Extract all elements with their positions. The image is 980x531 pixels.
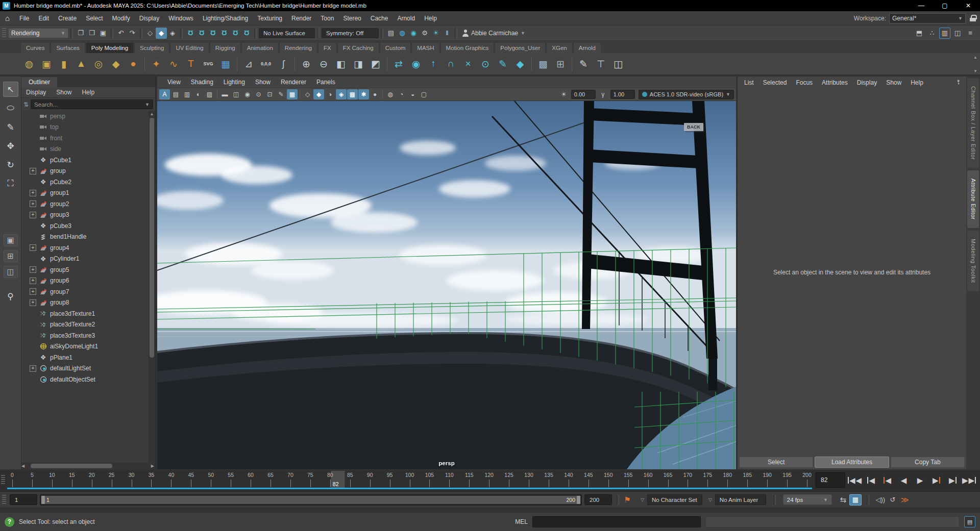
scale-tool[interactable]: ⛶ [3,176,18,191]
menu-edit[interactable]: Edit [34,15,54,22]
field-chart-icon[interactable]: ▨ [204,89,215,99]
node-editor-toggle-icon[interactable]: ∴ [926,28,938,39]
select-component-icon[interactable]: ◈ [167,28,178,39]
close-button[interactable]: ✕ [957,0,980,11]
grid-toggle-icon[interactable]: ▦ [287,89,298,99]
isolate-select-icon[interactable]: ▢ [419,89,429,99]
outliner-item-defaultObjectSet[interactable]: defaultObjectSet [21,374,155,385]
outliner-item-place3dTexture1[interactable]: ⤨Tplace3dTexture1 [21,308,155,319]
side-tab-channel-box-layer-editor[interactable]: Channel Box / Layer Editor [967,78,979,168]
viewport-menu-shading[interactable]: Shading [186,79,218,86]
two-pane-layout[interactable]: ◫ [4,266,18,278]
outliner-item-group5[interactable]: +group5 [21,264,155,275]
drag-grip[interactable] [1,475,5,485]
range-end-handle[interactable] [577,496,580,504]
render-view-icon[interactable]: ▤ [385,28,397,39]
lock-icon[interactable] [970,15,976,21]
viewport-menu-renderer[interactable]: Renderer [276,79,311,86]
poly-sphere-icon[interactable]: ◍ [20,55,38,72]
range-slider-bar[interactable]: 1 200 [41,496,580,504]
ambient-occlusion-icon[interactable]: ◍ [385,89,396,99]
default-lighting-icon[interactable]: ✱ [358,89,369,99]
make-live-icon[interactable]: Ω [241,28,252,39]
outliner-item-defaultLightSet[interactable]: +defaultLightSet [21,363,155,374]
resolution-gate-icon[interactable]: ▥ [182,89,192,99]
snap-grid-icon[interactable]: Ω [185,28,196,39]
redo-icon[interactable]: ↷ [127,28,138,39]
shadows-icon[interactable]: ● [370,89,380,99]
outliner-menu-show[interactable]: Show [52,89,76,96]
scroll-left-icon[interactable]: ◀ [21,463,24,469]
ae-menu-selected[interactable]: Selected [758,79,792,86]
quad-draw-icon[interactable]: ✎ [494,55,511,72]
menu-texturing[interactable]: Texturing [253,15,287,22]
poly-cylinder-icon[interactable]: ▮ [55,55,72,72]
anti-alias-icon[interactable]: ◒ [407,89,418,99]
outliner-item-pCube1[interactable]: ❖pCube1 [21,155,155,166]
colorspace-dropdown[interactable]: ACES 1.0 SDR-video (sRGB)▼ [639,90,734,99]
timeline-ruler[interactable]: 8205101520253035404550556065707580859095… [7,471,812,489]
outliner-item-persp[interactable]: persp [21,111,155,122]
grid-draw-icon[interactable]: ◫ [609,55,627,72]
outliner-item-group4[interactable]: +group4 [21,242,155,254]
live-surface-field[interactable]: No Live Surface [259,28,315,38]
play-forwards-button[interactable]: ▶ [913,473,927,487]
symmetry-field[interactable]: Symmetry: Off [322,28,379,38]
shelf-tab-polygons-user[interactable]: Polygons_User [495,42,546,53]
side-tab-modeling-toolkit[interactable]: Modeling Toolkit [967,231,979,291]
outliner-item-side[interactable]: side [21,144,155,155]
expand-icon[interactable]: + [30,212,36,218]
select-button[interactable]: Select [739,457,813,468]
extrude-icon[interactable]: ↑ [425,55,442,72]
menu-windows[interactable]: Windows [164,15,198,22]
outliner-item-top[interactable]: top [21,122,155,133]
pin-icon[interactable]: ➴ [954,77,966,88]
outliner-item-front[interactable]: front [21,133,155,144]
play-backwards-button[interactable]: ◀ [897,473,911,487]
sweep-mesh-icon[interactable]: ▦ [217,55,234,72]
ae-menu-attributes[interactable]: Attributes [817,79,852,86]
animation-end-field[interactable]: 200 [584,494,612,505]
copy-tab-button[interactable]: Copy Tab [891,457,965,468]
viewport-menu-lighting[interactable]: Lighting [218,79,250,86]
crosshatch-icon[interactable]: ▩ [534,55,552,72]
viewport-3d-canvas[interactable]: BACK persp [157,101,736,469]
attribute-editor-toggle-icon[interactable]: ▥ [939,28,950,39]
expand-icon[interactable]: + [30,266,36,273]
cached-playback-toggle-icon[interactable]: ▦ [849,494,862,505]
mirror-icon[interactable]: ⇄ [390,55,407,72]
workspace-dropdown[interactable]: General* ▼ [889,13,966,23]
shelf-tab-fx-caching[interactable]: FX Caching [337,42,379,53]
boolean-difference-icon[interactable]: ◨ [350,55,367,72]
animation-start-field[interactable]: 1 [10,494,37,505]
pause-viewport-icon[interactable]: ‖ [442,28,453,39]
poly-disc-icon[interactable]: ● [125,55,142,72]
shelf-tab-curves[interactable]: Curves [20,42,50,53]
poly-cone-icon[interactable]: ▲ [72,55,90,72]
outliner-item-group3[interactable]: +group3 [21,210,155,221]
outliner-item-pCube2[interactable]: ❖pCube2 [21,176,155,188]
overscan-icon[interactable]: ⊡ [264,89,275,99]
scroll-up-icon[interactable]: ▲ [150,111,154,117]
home-icon[interactable]: ⌂ [0,14,15,22]
outliner-item-pCube3[interactable]: ❖pCube3 [21,220,155,232]
ae-menu-help[interactable]: Help [906,79,928,86]
shelf-tab-sculpting[interactable]: Sculpting [134,42,169,53]
bookmarks-icon[interactable]: ◫ [231,89,241,99]
go-to-start-button[interactable]: ◀◀ [848,473,862,487]
poly-cube-icon[interactable]: ▣ [38,55,55,72]
single-pane-layout[interactable]: ▣ [4,234,18,246]
snap-view-plane-icon[interactable]: Ω [230,28,241,39]
evaluation-mode-icon[interactable]: ≫ [899,495,911,504]
undo-icon[interactable]: ↶ [115,28,127,39]
emit-origin-icon[interactable]: 0,0,0 [257,55,275,72]
open-scene-icon[interactable]: ❒ [86,28,97,39]
outliner-item-place3dTexture3[interactable]: ⤨Tplace3dTexture3 [21,330,155,341]
poly-helix-icon[interactable]: ∿ [165,55,182,72]
menu-lighting-shading[interactable]: Lighting/Shading [198,15,253,22]
wire-on-shaded-icon[interactable]: ▩ [347,89,358,99]
render-current-frame-icon[interactable]: ◍ [397,28,408,39]
svg-tool-icon[interactable]: SVG [200,55,217,72]
menu-cache[interactable]: Cache [366,15,393,22]
new-scene-icon[interactable]: ❐ [75,28,86,39]
